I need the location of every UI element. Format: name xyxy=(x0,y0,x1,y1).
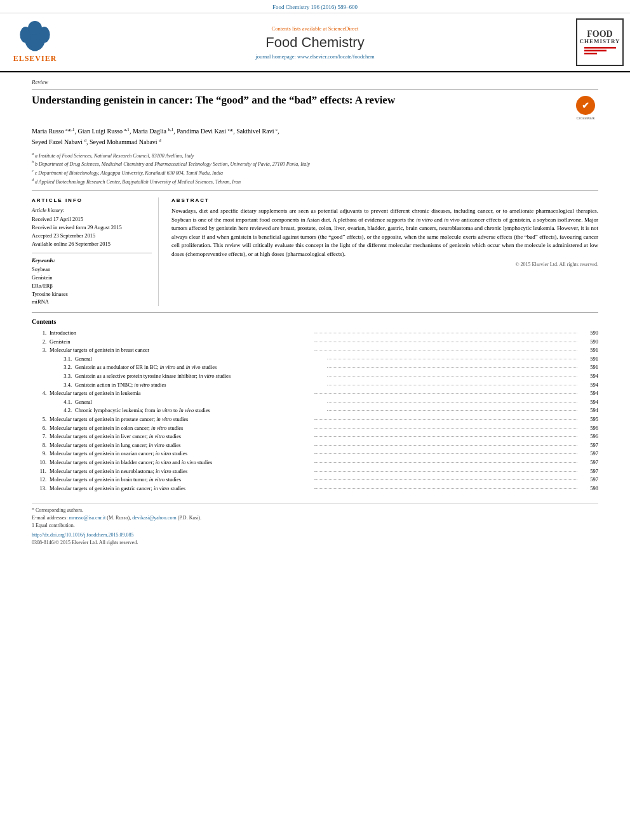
keyword-2: Genistein xyxy=(32,274,152,282)
toc-item-3-4: 3.4. Genistein action in TNBC; in vitro … xyxy=(32,381,598,390)
toc-item-12: 12. Molecular targets of genistein in br… xyxy=(32,476,598,484)
article-history-label: Article history: xyxy=(32,207,152,213)
science-direct-link: Contents lists available at ScienceDirec… xyxy=(64,25,566,32)
elsevier-label: ELSEVIER xyxy=(13,54,57,63)
article-history-accepted: Accepted 23 September 2015 xyxy=(32,232,152,240)
svg-rect-5 xyxy=(584,47,616,49)
abstract-column: ABSTRACT Nowadays, diet and specific die… xyxy=(171,197,598,306)
contents-section: Contents 1. Introduction 590 2. Genistei… xyxy=(32,312,598,493)
svg-point-4 xyxy=(28,21,42,35)
toc-item-4-1: 4.1. General 594 xyxy=(32,398,598,407)
keyword-4: Tyrosine kinases xyxy=(32,290,152,298)
journal-homepage: journal homepage: www.elsevier.com/locat… xyxy=(64,53,566,60)
article-title-row: Understanding genistein in cancer: The “… xyxy=(32,93,598,120)
toc-item-10: 10. Molecular targets of genistein in bl… xyxy=(32,458,598,467)
logo-lines-icon xyxy=(584,47,616,55)
abstract-text: Nowadays, diet and specific dietary supp… xyxy=(171,207,598,258)
food-chemistry-logo: FOOD CHEMISTRY xyxy=(566,18,624,66)
logo-food-text: FOOD xyxy=(587,30,612,39)
toc-item-11: 11. Molecular targets of genistein in ne… xyxy=(32,467,598,476)
toc-item-3: 3. Molecular targets of genistein in bre… xyxy=(32,346,598,355)
equal-contribution-note: 1 Equal contribution. xyxy=(32,523,598,528)
keyword-5: miRNA xyxy=(32,298,152,306)
citation-text: Food Chemistry 196 (2016) 589–600 xyxy=(272,4,358,10)
keyword-3: ERα/ERβ xyxy=(32,282,152,290)
email-russo[interactable]: mrusso@isa.cnr.it xyxy=(69,515,106,521)
toc-item-4: 4. Molecular targets of genistein in leu… xyxy=(32,389,598,398)
main-content: Review Understanding genistein in cancer… xyxy=(0,72,630,552)
doi-link[interactable]: http://dx.doi.org/10.1016/j.foodchem.201… xyxy=(32,532,134,538)
doi-line: http://dx.doi.org/10.1016/j.foodchem.201… xyxy=(32,532,598,538)
section-type-label: Review xyxy=(32,79,598,85)
science-direct-label[interactable]: ScienceDirect xyxy=(328,25,359,32)
email-kasi[interactable]: devikasi@yahoo.com xyxy=(132,515,176,521)
divider-1 xyxy=(32,89,598,90)
journal-header: ELSEVIER Contents lists available at Sci… xyxy=(0,13,630,72)
article-history-revised: Received in revised form 29 August 2015 xyxy=(32,223,152,232)
toc-item-4-2: 4.2. Chronic lymphocytic leukemia; from … xyxy=(32,406,598,415)
corresponding-authors-note: * Corresponding authors. xyxy=(32,507,598,513)
crossmark-logo: ✔ CrossMark xyxy=(573,96,598,120)
toc-item-2: 2. Genistein 590 xyxy=(32,338,598,347)
crossmark-label: CrossMark xyxy=(576,116,594,120)
svg-rect-7 xyxy=(584,53,597,55)
authors: Maria Russo a,⁎,1, Gian Luigi Russo a,1,… xyxy=(32,126,598,147)
article-history-received: Received 17 April 2015 xyxy=(32,215,152,223)
article-info-abstract: ARTICLE INFO Article history: Received 1… xyxy=(32,197,598,306)
abstract-heading: ABSTRACT xyxy=(171,197,598,203)
affiliation-d: d d Applied Biotechnology Research Cente… xyxy=(32,177,598,186)
copyright-line: © 2015 Elsevier Ltd. All rights reserved… xyxy=(171,262,598,267)
crossmark-icon: ✔ xyxy=(576,96,595,115)
elsevier-logo: ELSEVIER xyxy=(6,21,64,63)
toc-item-5: 5. Molecular targets of genistein in pro… xyxy=(32,415,598,424)
journal-title: Food Chemistry xyxy=(64,34,566,51)
article-info-column: ARTICLE INFO Article history: Received 1… xyxy=(32,197,159,306)
article-title: Understanding genistein in cancer: The “… xyxy=(32,93,566,107)
authors-text: Maria Russo a,⁎,1, Gian Luigi Russo a,1,… xyxy=(32,128,279,145)
affiliation-a: a a Institute of Food Sciences, National… xyxy=(32,151,598,160)
toc-item-3-1: 3.1. General 591 xyxy=(32,355,598,364)
toc-item-13: 13. Molecular targets of genistein in ga… xyxy=(32,484,598,493)
toc-item-6: 6. Molecular targets of genistein in col… xyxy=(32,424,598,433)
contents-title: Contents xyxy=(32,318,598,325)
toc-item-1: 1. Introduction 590 xyxy=(32,329,598,338)
toc-item-7: 7. Molecular targets of genistein in liv… xyxy=(32,432,598,441)
homepage-url[interactable]: www.elsevier.com/locate/foodchem xyxy=(297,53,375,60)
svg-rect-6 xyxy=(584,50,607,52)
article-info-heading: ARTICLE INFO xyxy=(32,197,152,203)
affiliation-c: c c Department of Biotechnology, Alagapp… xyxy=(32,168,598,177)
elsevier-tree-icon xyxy=(16,21,54,53)
affiliations: a a Institute of Food Sciences, National… xyxy=(32,151,598,192)
email-line: E-mail addresses: mrusso@isa.cnr.it (M. … xyxy=(32,515,598,521)
toc-item-9: 9. Molecular targets of genistein in ova… xyxy=(32,450,598,458)
toc-item-3-3: 3.3. Genistein as a selective protein ty… xyxy=(32,372,598,381)
journal-center: Contents lists available at ScienceDirec… xyxy=(64,25,566,60)
affiliation-b: b b Department of Drug Sciences, Medicin… xyxy=(32,159,598,168)
keywords-section: Keywords: Soybean Genistein ERα/ERβ Tyro… xyxy=(32,253,152,306)
keywords-label: Keywords: xyxy=(32,257,152,263)
logo-box: FOOD CHEMISTRY xyxy=(576,18,624,66)
citation-bar: Food Chemistry 196 (2016) 589–600 xyxy=(0,0,630,13)
toc-item-3-2: 3.2. Genistein as a modulator of ER in B… xyxy=(32,363,598,372)
footer-copyright: 0308-8146/© 2015 Elsevier Ltd. All right… xyxy=(32,540,598,545)
keyword-1: Soybean xyxy=(32,265,152,274)
logo-chemistry-text: CHEMISTRY xyxy=(579,39,620,44)
toc-item-8: 8. Molecular targets of genistein in lun… xyxy=(32,441,598,450)
article-history-online: Available online 26 September 2015 xyxy=(32,240,152,248)
footer-section: * Corresponding authors. E-mail addresse… xyxy=(32,503,598,545)
